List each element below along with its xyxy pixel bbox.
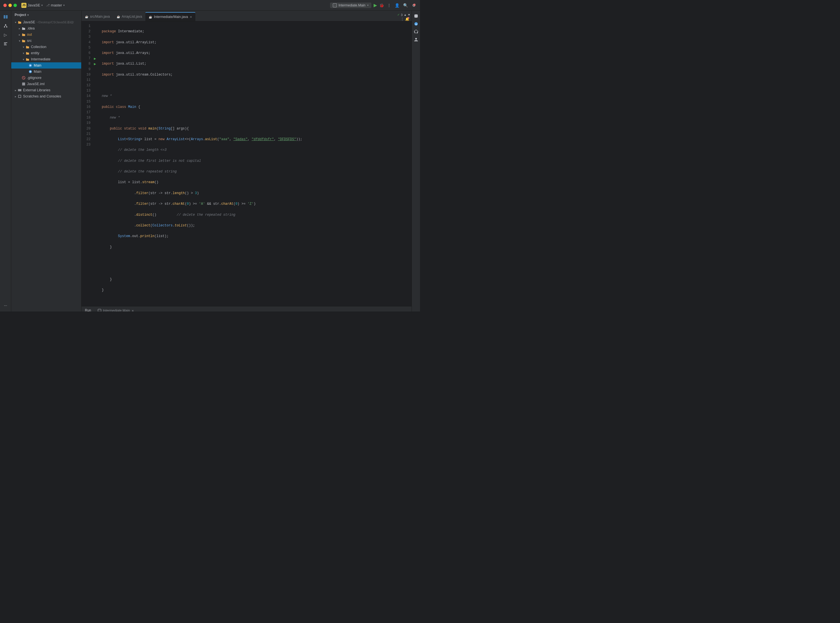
folder-icon-entity bbox=[25, 51, 30, 55]
code-editor[interactable]: package Intermediate; import java.util.A… bbox=[97, 21, 412, 306]
intermediate-run-tab[interactable]: □ Intermediate.Main ✕ bbox=[94, 306, 137, 312]
tree-arrow-idea: ▸ bbox=[17, 27, 22, 30]
more-actions-button[interactable]: ⋮ bbox=[386, 3, 392, 8]
tab-close-intermediate[interactable]: ✕ bbox=[190, 15, 192, 18]
more-tools-button[interactable]: ··· bbox=[2, 301, 9, 309]
folder-icon-intermediate bbox=[25, 57, 30, 61]
tree-arrow-extlibs: ▸ bbox=[14, 89, 17, 92]
svg-rect-18 bbox=[18, 90, 22, 91]
svg-rect-1 bbox=[6, 15, 8, 18]
tab-main-java[interactable]: ☕ src/Main.java bbox=[82, 12, 113, 21]
run-gutter-7[interactable]: ▶ bbox=[93, 56, 97, 61]
extlibs-icon bbox=[17, 88, 22, 92]
tab-label-arraylist: ArrayList.java bbox=[122, 15, 142, 18]
database-icon[interactable] bbox=[413, 13, 419, 19]
run-tab-label: Run bbox=[85, 308, 91, 312]
run-gutter-8[interactable]: ▶ bbox=[93, 61, 97, 67]
svg-line-15 bbox=[23, 77, 24, 78]
tree-label-collection: Collection bbox=[31, 45, 80, 49]
run-tab[interactable]: Run bbox=[82, 306, 94, 312]
folder-icon-collection bbox=[25, 44, 30, 49]
tree-item-main-active[interactable]: Main bbox=[11, 62, 81, 69]
tree-item-main-java[interactable]: Main bbox=[11, 69, 81, 75]
svg-rect-8 bbox=[4, 43, 6, 44]
user-icon-right[interactable] bbox=[413, 37, 419, 43]
tab-arraylist[interactable]: ☕ ArrayList.java bbox=[113, 12, 146, 21]
close-button[interactable] bbox=[3, 4, 7, 7]
intermediate-run-label: Intermediate.Main bbox=[103, 309, 130, 312]
tab-intermediate-main[interactable]: ☕ Intermediate/Main.java ✕ bbox=[145, 12, 195, 21]
folder-icon-javase bbox=[17, 20, 22, 25]
tabs-right: ⋮ 🔔 bbox=[398, 17, 412, 21]
svg-line-6 bbox=[6, 25, 7, 26]
branch-selector[interactable]: ⎇ master ▾ bbox=[46, 3, 65, 7]
tree-label-javase: JavaSE ~/Desktop/CS/JavaSE基础/ bbox=[23, 20, 80, 25]
svg-point-3 bbox=[4, 26, 5, 28]
vcs-button[interactable] bbox=[2, 22, 9, 30]
titlebar-right: □ Intermediate.Main ▾ ▶ 🐞 ⋮ 👤 🔍 ⚙ bbox=[330, 3, 417, 8]
tree-item-intermediate[interactable]: ▾ Intermediate bbox=[11, 56, 81, 62]
tree-label-out: out bbox=[27, 32, 80, 37]
copilot-icon[interactable] bbox=[413, 29, 419, 35]
run-view-button[interactable]: ▷ bbox=[2, 31, 9, 39]
svg-point-23 bbox=[415, 38, 417, 40]
account-icon[interactable]: 👤 bbox=[394, 3, 400, 8]
tree-item-scratches[interactable]: ▸ Scratches and Consoles bbox=[11, 93, 81, 100]
tab-icon-main: ☕ bbox=[85, 15, 88, 18]
project-selector[interactable]: JS JavaSE ▾ bbox=[22, 3, 43, 8]
java-run-icon bbox=[28, 69, 32, 74]
tree-label-entity: entity bbox=[31, 51, 80, 55]
tab-icon-intermediate: ☕ bbox=[149, 15, 152, 18]
project-dropdown-icon: ▾ bbox=[42, 4, 43, 7]
run-button[interactable]: ▶ bbox=[374, 3, 377, 8]
run-tab-close[interactable]: ✕ bbox=[132, 309, 134, 312]
tabs-more-button[interactable]: ⋮ bbox=[401, 17, 404, 21]
tree-item-src[interactable]: ▾ src bbox=[11, 38, 81, 44]
tree-item-extlibs[interactable]: ▸ External Libraries bbox=[11, 87, 81, 93]
branch-dropdown-icon: ▾ bbox=[63, 4, 65, 7]
search-icon[interactable]: 🔍 bbox=[403, 3, 408, 8]
run-config-selector[interactable]: □ Intermediate.Main ▾ bbox=[330, 3, 371, 8]
tree-arrow-entity: ▾ bbox=[22, 52, 25, 55]
project-header-text: Project bbox=[15, 13, 26, 17]
notification-dot bbox=[413, 4, 415, 6]
svg-rect-9 bbox=[4, 44, 7, 45]
tree-item-javase[interactable]: ▾ JavaSE ~/Desktop/CS/JavaSE基础/ bbox=[11, 19, 81, 25]
tree-item-out[interactable]: ▸ out bbox=[11, 31, 81, 38]
bell-notification-dot bbox=[408, 17, 409, 19]
tab-icon-arraylist: ☕ bbox=[117, 15, 120, 18]
js-logo: JS bbox=[22, 3, 26, 8]
tree-item-collection[interactable]: ▾ Collection bbox=[11, 44, 81, 50]
traffic-lights bbox=[3, 4, 17, 7]
titlebar-center: JS JavaSE ▾ ⎇ master ▾ bbox=[22, 3, 328, 8]
main-layout: ▷ ··· Project ▾ ▾ JavaSE ~/Desktop/CS/Ja… bbox=[0, 11, 420, 312]
tab-label-main: src/Main.java bbox=[90, 15, 110, 18]
notification-bell[interactable]: 🔔 bbox=[405, 17, 409, 21]
minimize-button[interactable] bbox=[8, 4, 12, 7]
tree-item-entity[interactable]: ▾ entity bbox=[11, 50, 81, 56]
tree-label-extlibs: External Libraries bbox=[23, 88, 80, 92]
ai-assistant-icon[interactable]: AI bbox=[413, 21, 419, 27]
sidebar-header[interactable]: Project ▾ bbox=[11, 11, 81, 19]
editor-area: ☕ src/Main.java ☕ ArrayList.java ☕ Inter… bbox=[82, 11, 412, 306]
left-iconbar: ▷ ··· bbox=[0, 11, 11, 312]
sidebar: Project ▾ ▾ JavaSE ~/Desktop/CS/JavaSE基础… bbox=[11, 11, 82, 312]
tree-label-src: src bbox=[27, 39, 80, 43]
folder-icon-idea bbox=[22, 26, 26, 31]
project-view-button[interactable] bbox=[2, 13, 9, 21]
maximize-button[interactable] bbox=[14, 4, 17, 7]
settings-icon[interactable]: ⚙ bbox=[411, 3, 417, 8]
structure-button[interactable] bbox=[2, 40, 9, 48]
iml-icon bbox=[22, 82, 26, 86]
debug-button[interactable]: 🐞 bbox=[379, 3, 384, 8]
gitignore-icon bbox=[22, 75, 26, 80]
tree-item-gitignore[interactable]: .gitignore bbox=[11, 75, 81, 81]
run-config-label: Intermediate.Main bbox=[338, 3, 365, 7]
tabs-bar: ☕ src/Main.java ☕ ArrayList.java ☕ Inter… bbox=[82, 11, 412, 21]
titlebar: JS JavaSE ▾ ⎇ master ▾ □ Intermediate.Ma… bbox=[0, 0, 420, 11]
bottom-tabs: Run □ Intermediate.Main ✕ bbox=[82, 307, 412, 312]
tree-item-idea[interactable]: ▸ .idea bbox=[11, 25, 81, 31]
tree-label-scratches: Scratches and Consoles bbox=[23, 94, 80, 98]
tree-item-iml[interactable]: JavaSE.iml bbox=[11, 81, 81, 87]
tree-label-main-java: Main bbox=[34, 70, 80, 74]
